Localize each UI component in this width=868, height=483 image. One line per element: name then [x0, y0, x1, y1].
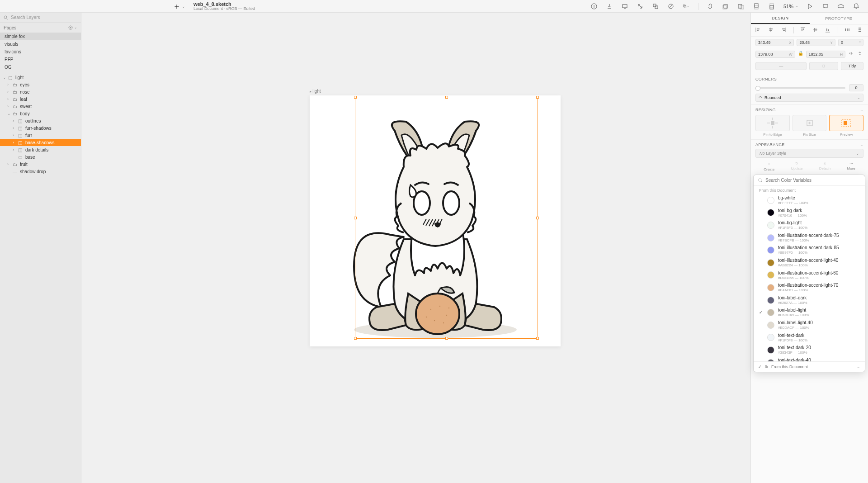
play-icon[interactable] — [807, 3, 814, 10]
backward-icon[interactable] — [737, 3, 745, 10]
cloud-icon[interactable] — [837, 3, 844, 10]
resize-handle-rm[interactable] — [536, 217, 539, 219]
tidy-gap-field[interactable]: — — [755, 62, 807, 70]
corner-radius-value[interactable]: 0 — [849, 84, 863, 91]
layer-row[interactable]: ›◫base-shadows — [0, 139, 81, 146]
color-variable-item[interactable]: toni-text-dark-20#38343F — 100% — [754, 344, 865, 356]
chevron-icon[interactable]: › — [7, 82, 11, 87]
distribute-h-icon[interactable] — [844, 27, 851, 33]
more-style-button[interactable]: ⋯More — [847, 161, 855, 171]
chevron-icon[interactable]: › — [13, 133, 16, 137]
tab-design[interactable]: DESIGN — [751, 13, 810, 24]
corner-radius-slider[interactable] — [755, 87, 845, 89]
color-variable-item[interactable]: toni-bg-dark#070410 — 100% — [754, 207, 865, 219]
chevron-icon[interactable]: › — [7, 104, 11, 109]
fix-size-control[interactable] — [793, 115, 827, 131]
resize-handle-lm[interactable] — [354, 217, 357, 219]
pin-to-edge-control[interactable] — [755, 115, 790, 131]
align-left-icon[interactable] — [755, 27, 762, 33]
layer-row[interactable]: ›🗀leaf — [0, 95, 81, 103]
resize-handle-tr[interactable] — [536, 96, 539, 99]
distribute-v-icon[interactable] — [857, 27, 863, 33]
presentation-icon[interactable] — [621, 3, 628, 10]
color-variable-item[interactable]: toni-label-dark#62627A — 100% — [754, 294, 865, 307]
scale-icon[interactable] — [637, 3, 644, 10]
mask-icon[interactable] — [667, 3, 675, 10]
color-variable-item[interactable]: toni-illustration-accent-light-60#DDB855… — [754, 269, 865, 282]
create-style-button[interactable]: ＋Create — [764, 161, 774, 171]
toolbar-icon-1[interactable] — [590, 3, 598, 10]
resize-handle-bl[interactable] — [354, 337, 357, 340]
page-item[interactable]: simple fox — [0, 33, 81, 40]
color-variable-item[interactable]: toni-text-dark-40#64646D — 100% — [754, 356, 865, 361]
link-icon[interactable] — [707, 3, 714, 10]
resize-handle-br[interactable] — [536, 337, 539, 340]
x-field[interactable]: 343.49X — [755, 39, 794, 46]
symbol-icon[interactable] — [652, 3, 659, 10]
chevron-icon[interactable]: › — [7, 97, 11, 101]
flip-v-icon[interactable] — [857, 51, 863, 57]
color-variable-item[interactable]: toni-label-light-40#E0DACF — 100% — [754, 319, 865, 331]
y-field[interactable]: 20.48Y — [797, 39, 835, 46]
resize-handle-bm[interactable] — [445, 337, 448, 340]
resize-handle-tm[interactable] — [445, 96, 448, 99]
search-layers-input[interactable]: Search Layers — [0, 13, 81, 23]
layer-row[interactable]: —shadow drop — [0, 168, 81, 175]
layer-row[interactable]: ›◫furr-shadows — [0, 124, 81, 132]
align-vcenter-icon[interactable] — [812, 27, 819, 33]
stack-forward-icon[interactable] — [753, 3, 760, 10]
rotation-field[interactable]: 0° — [838, 39, 863, 46]
color-variable-item[interactable]: toni-illustration-accent-light-70#E4AF81… — [754, 281, 865, 294]
chevron-icon[interactable]: › — [13, 147, 16, 152]
color-variable-item[interactable]: toni-illustration-accent-dark-75#B7BCFB … — [754, 232, 865, 244]
color-variable-item[interactable]: toni-bg-light#F1F8F3 — 100% — [754, 219, 865, 232]
comment-icon[interactable] — [822, 3, 829, 10]
canvas[interactable]: light — [81, 25, 750, 483]
color-variable-item[interactable]: toni-text-dark#F1F5F8 — 100% — [754, 331, 865, 344]
layer-root[interactable]: ⌄ ▢ light — [0, 74, 81, 81]
page-item[interactable]: OG — [0, 63, 81, 71]
boolean-icon[interactable]: ⌄ — [683, 3, 690, 10]
zoom-control[interactable]: 51% ⌄ — [783, 4, 798, 9]
color-search-field[interactable] — [754, 175, 865, 186]
page-item[interactable]: PFP — [0, 56, 81, 63]
color-variable-item[interactable]: toni-illustration-accent-dark-85#8E97F0 … — [754, 244, 865, 256]
tidy-button[interactable]: Tidy — [841, 62, 863, 70]
chevron-icon[interactable]: › — [13, 140, 16, 145]
align-top-icon[interactable] — [800, 27, 807, 33]
layer-row[interactable]: ›◫dark details — [0, 146, 81, 153]
lock-aspect-icon[interactable]: 🔒 — [798, 51, 803, 58]
color-search-input[interactable] — [765, 178, 860, 183]
page-item[interactable]: favicons — [0, 48, 81, 56]
chevron-icon[interactable]: › — [7, 162, 11, 166]
align-right-icon[interactable] — [781, 27, 787, 33]
color-variable-item[interactable]: toni-illustration-accent-light-40#AB8224… — [754, 256, 865, 269]
chevron-icon[interactable]: ⌄ — [7, 111, 11, 116]
layer-row[interactable]: ›🗀fruit — [0, 161, 81, 168]
color-variable-item[interactable]: ✓toni-label-light#C6BCA9 — 100% — [754, 306, 865, 319]
layer-row[interactable]: ›◫furr — [0, 132, 81, 139]
layer-row[interactable]: ▭base — [0, 153, 81, 161]
height-field[interactable]: 1832.05H — [806, 51, 846, 58]
artboard-label[interactable]: light — [310, 89, 321, 94]
chevron-down-icon[interactable]: ⌄ — [3, 75, 6, 80]
layer-row[interactable]: ›🗀eyes — [0, 81, 81, 88]
color-variable-item[interactable]: bg-white#FFFFFF — 100% — [754, 194, 865, 207]
chevron-icon[interactable]: › — [13, 126, 16, 130]
resize-handle-tl[interactable] — [354, 96, 357, 99]
page-item[interactable]: visuals — [0, 40, 81, 48]
add-page-button[interactable]: ⌄ — [68, 25, 77, 30]
forward-icon[interactable] — [722, 3, 729, 10]
corner-type-select[interactable]: ◠Rounded⌄ — [755, 94, 863, 102]
insert-button[interactable]: ＋⌄ — [173, 1, 185, 12]
bell-icon[interactable] — [853, 3, 860, 10]
stack-backward-icon[interactable] — [768, 3, 775, 10]
color-popover-footer[interactable]: ✓ 🗎 From this Document ⌄ — [754, 361, 865, 372]
align-bottom-icon[interactable] — [825, 27, 831, 33]
layer-row[interactable]: ›🗀nose — [0, 88, 81, 95]
align-hcenter-icon[interactable] — [768, 27, 774, 33]
tab-prototype[interactable]: PROTOTYPE — [810, 13, 868, 24]
layer-style-select[interactable]: No Layer Style⌄ — [755, 149, 863, 158]
export-icon[interactable] — [606, 3, 613, 10]
chevron-icon[interactable]: › — [13, 118, 16, 123]
